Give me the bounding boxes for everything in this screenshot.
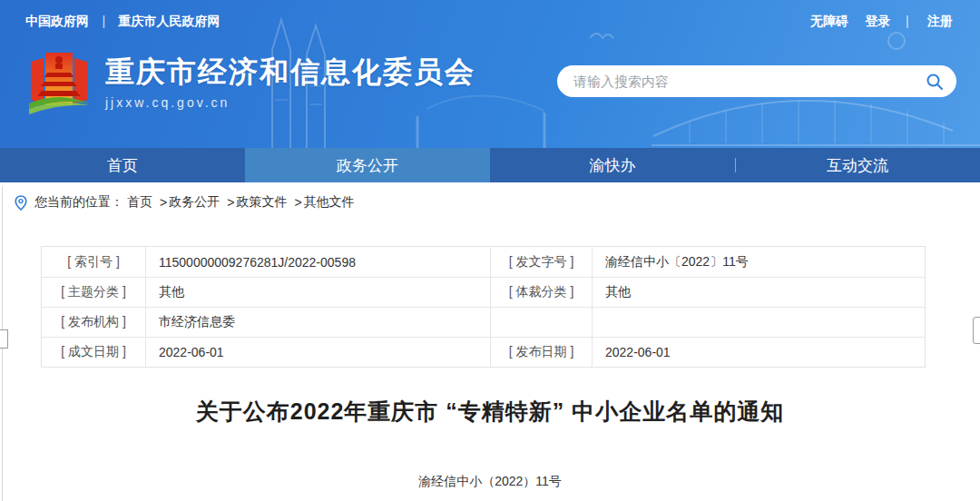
location-pin-icon: [15, 195, 27, 211]
meta-label-subject-class: [ 主题分类 ]: [42, 278, 146, 307]
article-title: 关于公布2022年重庆市 “专精特新” 中小企业名单的通知: [0, 397, 980, 427]
link-china-gov[interactable]: 中国政府网: [25, 14, 89, 28]
meta-value-empty: [593, 308, 925, 337]
meta-value-written-date: 2022-06-01: [146, 338, 491, 367]
meta-label-issue-number: [ 发文字号 ]: [491, 247, 593, 277]
site-header: 中国政府网 | 重庆市人民政府网 无障碍 登录 | 注册: [0, 0, 980, 148]
right-edge-handle: [973, 317, 980, 344]
page: 中国政府网 | 重庆市人民政府网 无障碍 登录 | 注册: [0, 0, 980, 501]
topbar-right-separator: |: [895, 14, 911, 28]
breadcrumb-item-gov-affairs[interactable]: 政务公开: [169, 194, 220, 211]
breadcrumb-separator: >: [294, 195, 301, 210]
meta-label-empty: [491, 308, 593, 337]
site-title: 重庆市经济和信息化委员会: [105, 55, 475, 89]
meta-value-issue-number: 渝经信中小〔2022〕11号: [593, 247, 925, 277]
meta-label-written-date: [ 成文日期 ]: [42, 338, 146, 367]
breadcrumb: 您当前的位置： 首页 > 政务公开 > 政策文件 > 其他文件: [0, 182, 980, 222]
meta-value-issuing-agency: 市经济信息委: [146, 308, 491, 337]
register-link[interactable]: 注册: [927, 14, 953, 28]
breadcrumb-prefix: 您当前的位置：: [34, 194, 123, 211]
nav-tab-yukuaiban[interactable]: 渝快办: [490, 148, 735, 182]
breadcrumb-item-home[interactable]: 首页: [127, 194, 152, 211]
site-url: jjxxw.cq.gov.cn: [105, 95, 475, 110]
topbar-separator: |: [93, 14, 114, 28]
breadcrumb-separator: >: [227, 195, 234, 210]
table-row: [ 发布机构 ] 市经济信息委: [42, 307, 925, 337]
breadcrumb-item-policy-files[interactable]: 政策文件: [236, 194, 287, 211]
table-row: [ 成文日期 ] 2022-06-01 [ 发布日期 ] 2022-06-01: [42, 337, 925, 367]
search-icon[interactable]: [926, 73, 944, 91]
top-utility-bar: 中国政府网 | 重庆市人民政府网 无障碍 登录 | 注册: [0, 0, 980, 42]
table-row: [ 索引号 ] 11500000009276281J/2022-00598 [ …: [42, 247, 925, 277]
table-row: [ 主题分类 ] 其他 [ 体裁分类 ] 其他: [42, 277, 925, 307]
accessibility-link[interactable]: 无障碍: [810, 14, 848, 28]
brand-text: 重庆市经济和信息化委员会 jjxxw.cq.gov.cn: [105, 55, 475, 110]
gov-links: 中国政府网 | 重庆市人民政府网: [25, 13, 220, 30]
left-edge-handle: [0, 329, 8, 349]
meta-label-genre-class: [ 体裁分类 ]: [491, 278, 593, 307]
meta-value-index-number: 11500000009276281J/2022-00598: [146, 247, 491, 277]
link-chongqing-gov[interactable]: 重庆市人民政府网: [119, 14, 220, 28]
nav-tab-gov-affairs[interactable]: 政务公开: [245, 148, 490, 182]
breadcrumb-separator: >: [160, 195, 167, 210]
account-links: 无障碍 登录 | 注册: [798, 13, 953, 30]
nav-tab-interaction[interactable]: 互动交流: [735, 148, 980, 182]
meta-label-index-number: [ 索引号 ]: [42, 247, 146, 277]
meta-label-issuing-agency: [ 发布机构 ]: [42, 308, 146, 337]
meta-value-subject-class: 其他: [146, 278, 491, 307]
document-meta-table: [ 索引号 ] 11500000009276281J/2022-00598 [ …: [41, 246, 926, 368]
meta-value-publish-date: 2022-06-01: [593, 338, 925, 367]
login-link[interactable]: 登录: [865, 14, 890, 28]
nav-tab-home[interactable]: 首页: [0, 148, 245, 182]
site-logo-emblem[interactable]: [25, 47, 93, 118]
meta-label-publish-date: [ 发布日期 ]: [491, 338, 593, 367]
search-box[interactable]: [557, 65, 956, 97]
main-navigation: 首页 政务公开 渝快办 互动交流: [0, 148, 980, 182]
meta-value-genre-class: 其他: [593, 278, 925, 307]
search-input[interactable]: [573, 74, 926, 89]
article-doc-number: 渝经信中小（2022）11号: [0, 474, 980, 490]
breadcrumb-item-other-files[interactable]: 其他文件: [304, 194, 355, 211]
